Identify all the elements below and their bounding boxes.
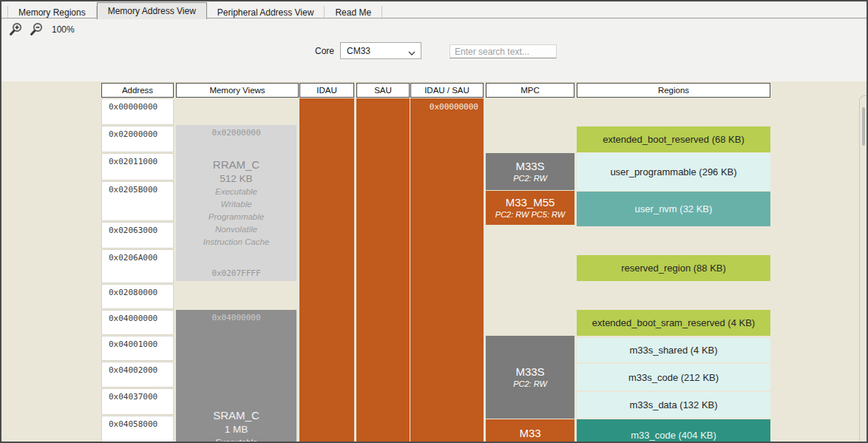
address-cell: 0x04058000 — [101, 416, 174, 443]
address-cell: 0x04001000 — [101, 336, 174, 361]
memory-tool-window: Memory RegionsMemory Address ViewPeriphe… — [0, 0, 868, 443]
search-input[interactable] — [450, 44, 557, 58]
region-user-nvm[interactable]: user_nvm (32 KB) — [577, 192, 770, 226]
zoom-out-button[interactable] — [28, 21, 44, 38]
mpc-block-permissions: PC2: RW — [486, 173, 574, 184]
memory-block-start-address: 0x02000000 — [176, 125, 296, 141]
spacer — [176, 248, 296, 266]
memory-block-size: 512 KB — [176, 172, 296, 186]
address-cell: 0x04000000 — [101, 310, 174, 335]
memory-block-attribute: Instruction Cache — [176, 236, 296, 248]
zoom-in-button[interactable] — [7, 21, 24, 38]
column-header-mpc[interactable]: MPC — [486, 83, 574, 98]
zoom-out-icon — [28, 21, 44, 38]
tab-memory-regions[interactable]: Memory Regions — [7, 6, 97, 19]
region-m33s-data[interactable]: m33s_data (132 KB) — [577, 392, 770, 418]
mpc-block-permissions: PC2: RW — [486, 379, 574, 390]
column-header-sau[interactable]: SAU — [356, 83, 410, 98]
memory-block-attribute: Nonvolatile — [176, 223, 296, 236]
mpc-block-m33s[interactable]: M33SPC2: RW — [486, 336, 574, 419]
region-extended-boot-reserved[interactable]: extended_boot_reserved (68 KB) — [577, 126, 770, 152]
memory-block-end-address: 0x0207FFFF — [176, 266, 296, 281]
region-extended-boot-sram-reserved[interactable]: extended_boot_sram_reserved (4 KB) — [577, 310, 770, 336]
zoom-level: 100% — [52, 24, 75, 35]
vertical-scrollbar[interactable] — [862, 107, 865, 146]
address-cell: 0x04002000 — [101, 362, 174, 388]
memory-block-attribute: Executable — [176, 436, 296, 443]
address-cell: 0x02080000 — [101, 284, 174, 309]
chevron-down-icon — [408, 48, 416, 58]
memory-block-attribute: Writable — [176, 198, 296, 211]
mpc-block-name: M33S — [486, 159, 574, 173]
tab-bar: Memory RegionsMemory Address ViewPeriphe… — [7, 1, 382, 19]
address-cell: 0x0205B000 — [101, 181, 174, 221]
address-cell: 0x0206A000 — [101, 249, 174, 283]
core-label: Core — [315, 46, 334, 56]
mpc-block-name: M33_M55 — [486, 195, 574, 209]
address-cell: 0x00000000 — [101, 98, 174, 125]
core-dropdown-value: CM33 — [347, 46, 370, 56]
idau-sau-start-address: 0x00000000 — [430, 102, 478, 112]
security-column-sau[interactable] — [356, 98, 410, 443]
core-dropdown[interactable]: CM33 — [340, 42, 421, 59]
column-header-idau[interactable]: IDAU — [299, 83, 354, 98]
scroll-area-border — [859, 95, 868, 443]
security-column-idau[interactable] — [299, 98, 354, 443]
filter-row: Core CM33 — [1, 42, 867, 60]
region-m33s-code[interactable]: m33s_code (212 KB) — [577, 364, 770, 390]
address-cell: 0x02063000 — [101, 222, 174, 248]
tab-memory-address-view[interactable]: Memory Address View — [97, 2, 207, 19]
zoom-controls: 100% — [7, 21, 75, 38]
memory-block-attribute: Programmable — [176, 211, 296, 223]
memory-block-size: 1 MB — [176, 423, 296, 436]
zoom-in-icon — [7, 21, 24, 38]
memory-block-attribute: Executable — [176, 186, 296, 198]
security-column-idau-sau[interactable]: 0x00000000 — [410, 98, 484, 443]
memory-block-name: SRAM_C — [176, 408, 296, 423]
memory-block-start-address: 0x04000000 — [176, 310, 296, 325]
column-header-memory-views[interactable]: Memory Views — [176, 83, 299, 98]
region-m33-code[interactable]: m33_code (404 KB) — [577, 419, 770, 443]
address-cell: 0x04037000 — [101, 388, 174, 415]
address-cell: 0x02011000 — [101, 153, 174, 180]
column-header-address[interactable]: Address — [101, 83, 174, 98]
memory-block-rram-c[interactable]: 0x02000000RRAM_C512 KBExecutableWritable… — [176, 125, 296, 281]
mpc-block-permissions: PC2: RW PC5: RW — [486, 440, 574, 443]
region-m33s-shared[interactable]: m33s_shared (4 KB) — [577, 338, 770, 362]
mpc-block-m33-m55[interactable]: M33_M55PC2: RW PC5: RW — [486, 191, 574, 225]
memory-block-info: SRAM_C1 MBExecutable — [176, 408, 296, 443]
mpc-block-name: M33S — [486, 365, 574, 379]
region-reserved-region[interactable]: reserved_region (88 KB) — [577, 255, 770, 281]
tab-peripheral-address-view[interactable]: Peripheral Address View — [207, 6, 325, 19]
region-user-programmable[interactable]: user_programmable (296 KB) — [577, 153, 770, 191]
mpc-block-name: M33 — [486, 426, 574, 440]
tab-read-me[interactable]: Read Me — [325, 6, 382, 19]
spacer — [176, 141, 296, 158]
column-header-regions[interactable]: Regions — [577, 83, 770, 98]
mpc-block-m33[interactable]: M33PC2: RW PC5: RW — [486, 419, 574, 443]
mpc-block-permissions: PC2: RW PC5: RW — [486, 209, 574, 220]
memory-block-info: RRAM_C512 KBExecutableWritableProgrammab… — [176, 158, 296, 248]
memory-block-sram-c[interactable]: 0x04000000SRAM_C1 MBExecutable — [176, 310, 296, 443]
spacer — [176, 325, 296, 408]
address-cell: 0x02000000 — [101, 126, 174, 152]
memory-block-name: RRAM_C — [176, 158, 296, 172]
column-header-idau-sau[interactable]: IDAU / SAU — [410, 83, 484, 98]
mpc-block-m33s[interactable]: M33SPC2: RW — [486, 153, 574, 190]
